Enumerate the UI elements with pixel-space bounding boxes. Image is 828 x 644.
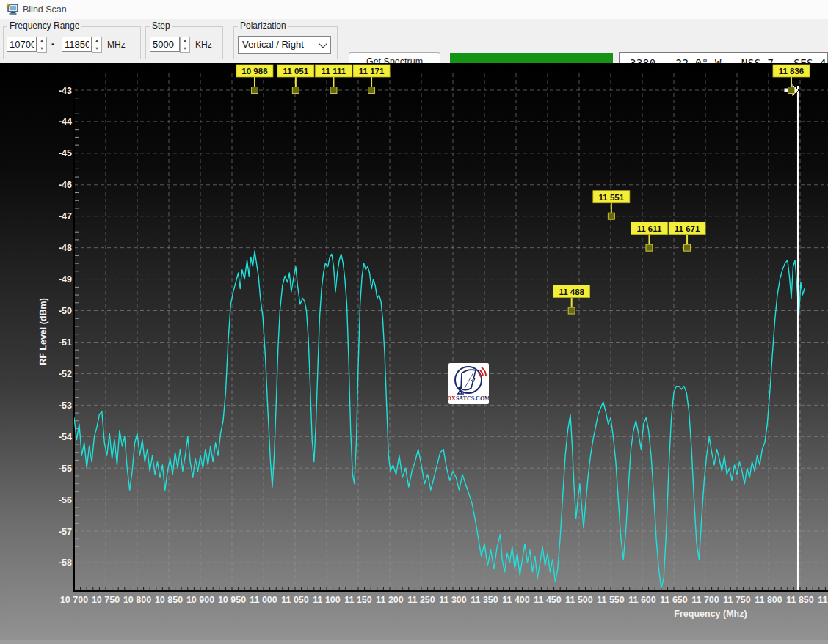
marker-square (330, 87, 337, 94)
y-tick-label: -58 (59, 557, 72, 568)
x-tick-label: 11 050 (281, 595, 309, 605)
x-tick-label: 11 700 (691, 595, 719, 605)
y-tick-label: -54 (59, 432, 72, 442)
x-tick-label: 11 150 (344, 595, 372, 605)
marker-square (646, 244, 653, 251)
step-label: Step (150, 21, 172, 31)
y-axis-title: RF Level (dBm) (38, 298, 48, 365)
marker-square (788, 87, 794, 94)
marker-label-text: 11 488 (559, 288, 584, 296)
spin-down-icon[interactable]: ▼ (37, 45, 47, 54)
x-tick-label: 11 750 (723, 595, 751, 605)
spectrum-chart-area[interactable]: -43-44-45-46-47-48-49-50-51-52-53-54-55-… (0, 63, 828, 644)
polarization-dropdown[interactable]: Vertical / Right (238, 36, 331, 54)
toolbar: Frequency Range ▲▼ - ▲▼ MHz Step ▲▼ KHz … (0, 19, 828, 64)
freq-marker-11051[interactable]: 11 051 (277, 65, 314, 94)
y-tick-label: -51 (59, 337, 72, 348)
marker-label-text: 11 111 (322, 67, 346, 76)
x-tick-label: 10 900 (186, 595, 214, 605)
y-tick-label: -48 (59, 243, 72, 253)
spectrum-trace (74, 251, 805, 588)
svg-text:DXSATCS.COM: DXSATCS.COM (448, 395, 489, 402)
x-tick-label: 11 500 (565, 595, 593, 605)
step-input[interactable] (150, 37, 180, 52)
freq-marker-11111[interactable]: 11 111 (315, 65, 352, 94)
dxsatcs-logo: DXSATCS.COM (448, 363, 489, 404)
grid: -43-44-45-46-47-48-49-50-51-52-53-54-55-… (59, 73, 828, 605)
y-tick-label: -50 (59, 306, 72, 316)
marker-label-text: 11 551 (599, 193, 625, 202)
polarization-selected: Vertical / Right (242, 39, 304, 50)
spin-down-icon[interactable]: ▼ (180, 45, 190, 54)
x-tick-label: 11 900 (818, 595, 828, 605)
x-tick-label: 11 300 (439, 595, 467, 605)
x-axis-title: Frequency (Mhz) (674, 609, 747, 619)
freq-marker-11836[interactable]: 11 836 (773, 65, 810, 590)
x-tick-label: 11 350 (471, 595, 498, 605)
x-tick-label: 11 650 (660, 595, 688, 605)
y-tick-label: -52 (59, 369, 72, 379)
mhz-label: MHz (107, 40, 126, 50)
spin-down-icon[interactable]: ▼ (92, 45, 102, 54)
marker-label-text: 10 986 (242, 67, 267, 76)
window-title: Blind Scan (23, 4, 67, 15)
marker-square (368, 87, 375, 94)
x-tick-label: 10 950 (218, 595, 246, 605)
frequency-range-group: Frequency Range ▲▼ - ▲▼ MHz (3, 26, 141, 59)
title-bar: Blind Scan (0, 0, 828, 19)
spectrum-chart[interactable]: -43-44-45-46-47-48-49-50-51-52-53-54-55-… (0, 63, 828, 644)
marker-label-text: 11 671 (675, 224, 700, 233)
freq-marker-11611[interactable]: 11 611 (631, 222, 667, 252)
blind-scan-window: Blind Scan Frequency Range ▲▼ - ▲▼ MHz S… (0, 0, 828, 644)
freq-marker-11171[interactable]: 11 171 (353, 65, 390, 94)
range-separator: - (51, 38, 54, 49)
polarization-group: Polarization Vertical / Right (233, 26, 338, 59)
y-tick-label: -57 (59, 527, 72, 537)
logo-text-rest: SATCS.COM (456, 395, 489, 402)
y-tick-label: -55 (59, 464, 72, 474)
x-tick-label: 10 800 (123, 595, 151, 605)
x-tick-label: 11 100 (313, 595, 341, 605)
x-tick-label: 11 000 (250, 595, 277, 605)
step-spinner[interactable]: ▲▼ (180, 37, 190, 52)
marker-square (608, 213, 614, 219)
freq-marker-11488[interactable]: 11 488 (553, 285, 590, 315)
frequency-from-spinner[interactable]: ▲▼ (37, 37, 47, 52)
x-tick-label: 11 600 (628, 595, 656, 605)
y-tick-label: -47 (59, 211, 72, 222)
y-tick-label: -43 (59, 86, 72, 96)
x-tick-label: 11 400 (502, 595, 530, 605)
freq-marker-11551[interactable]: 11 551 (593, 191, 630, 220)
khz-label: KHz (195, 40, 212, 50)
marker-label-text: 11 171 (359, 67, 385, 76)
x-tick-label: 11 200 (376, 595, 404, 605)
x-tick-label: 11 550 (597, 595, 625, 605)
marker-square (568, 307, 575, 314)
chevron-down-icon (319, 40, 327, 48)
logo-text-dx: DX (448, 395, 456, 402)
x-tick-label: 11 800 (755, 595, 782, 605)
frequency-from-input[interactable] (7, 37, 37, 52)
marker-square (684, 244, 691, 251)
x-tick-label: 10 850 (155, 595, 183, 605)
marker-square (251, 87, 258, 94)
x-tick-label: 11 850 (786, 595, 814, 605)
marker-label-text: 11 836 (779, 67, 805, 76)
marker-label-text: 11 051 (283, 67, 309, 76)
freq-marker-10986[interactable]: 10 986 (236, 65, 273, 94)
marker-square (292, 87, 299, 94)
y-tick-label: -56 (59, 495, 72, 505)
marker-label-text: 11 611 (637, 224, 663, 233)
y-tick-label: -53 (59, 400, 72, 411)
x-tick-label: 10 750 (92, 595, 120, 605)
window-bottom-edge (0, 640, 828, 644)
x-tick-label: 11 250 (407, 595, 435, 605)
y-tick-label: -44 (59, 117, 72, 127)
frequency-range-label: Frequency Range (7, 21, 81, 31)
y-tick-label: -46 (59, 180, 72, 190)
y-tick-label: -49 (59, 274, 72, 285)
frequency-to-input[interactable] (62, 37, 92, 52)
freq-marker-11671[interactable]: 11 671 (669, 222, 705, 252)
frequency-to-spinner[interactable]: ▲▼ (92, 37, 102, 52)
app-icon (6, 3, 19, 16)
